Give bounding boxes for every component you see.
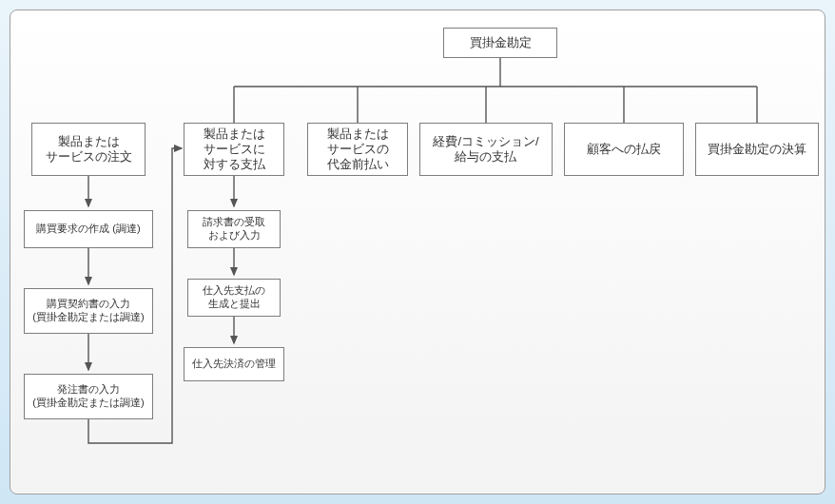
node-left-order: 製品または サービスの注文 — [31, 123, 146, 176]
node-branch-refund: 顧客への払戻 — [564, 123, 684, 176]
node-left-po: 発注書の入力 (買掛金勘定または調達) — [24, 374, 153, 419]
node-sub-manage-settlement: 仕入先決済の管理 — [184, 347, 284, 381]
diagram-frame: 買掛金勘定 製品または サービスの注文 購買要求の作成 (調達) 購買契約書の入… — [0, 0, 835, 504]
node-branch-payment-for-goods: 製品または サービスに 対する支払 — [184, 123, 284, 176]
node-root: 買掛金勘定 — [443, 28, 557, 58]
node-branch-settlement: 買掛金勘定の決算 — [695, 123, 819, 176]
node-sub-generate-payment: 仕入先支払の 生成と提出 — [187, 279, 281, 317]
diagram-panel: 買掛金勘定 製品または サービスの注文 購買要求の作成 (調達) 購買契約書の入… — [10, 10, 825, 494]
node-left-contract: 購買契約書の入力 (買掛金勘定または調達) — [24, 288, 153, 334]
node-left-purchreq: 購買要求の作成 (調達) — [24, 210, 153, 248]
connectors — [10, 10, 825, 494]
node-branch-expenses: 経費/コミッション/ 給与の支払 — [419, 123, 553, 176]
node-branch-prepayment: 製品または サービスの 代金前払い — [307, 123, 408, 176]
node-sub-invoice-entry: 請求書の受取 および入力 — [187, 210, 281, 248]
